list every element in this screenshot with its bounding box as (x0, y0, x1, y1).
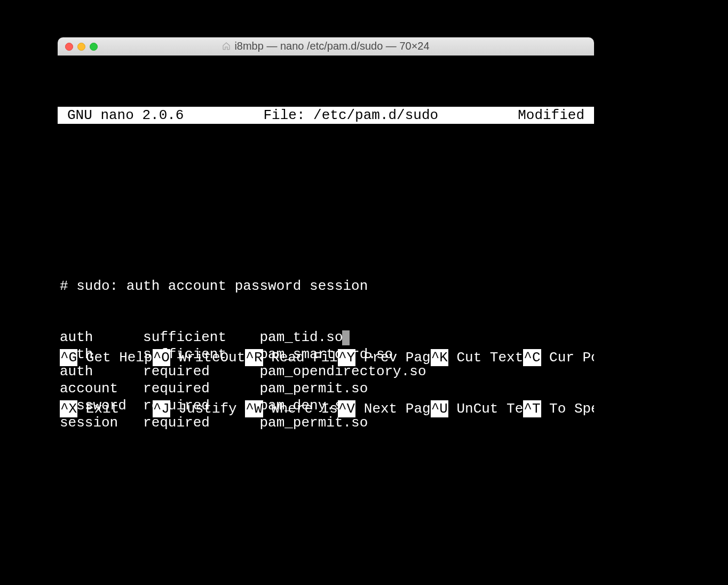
footer-row-2: ^X Exit ^J Justify ^W Where Is^V Next Pa… (60, 400, 594, 417)
titlebar[interactable]: i8mbp — nano /etc/pam.d/sudo — 70×24 (58, 37, 594, 56)
nano-modified: Modified (518, 107, 594, 124)
nano-file-name: File: /etc/pam.d/sudo (184, 107, 518, 124)
footer-row-1: ^G Get Help^O WriteOut^R Read Fil^Y Prev… (60, 349, 594, 366)
shortcut-key: ^Y (338, 349, 355, 366)
shortcut-label: WriteOut (170, 349, 245, 366)
shortcut-key: ^R (245, 349, 263, 366)
shortcut-label: UnCut Te (448, 400, 523, 417)
terminal-viewport[interactable]: GNU nano 2.0.6 File: /etc/pam.d/sudo Mod… (58, 56, 594, 454)
shortcut-label: Where Is (263, 400, 338, 417)
shortcut-key: ^W (245, 400, 263, 417)
shortcut-label: Next Pag (355, 400, 430, 417)
editor-line-comment: # sudo: auth account password session (60, 278, 594, 295)
footer-shortcut[interactable]: ^U UnCut Te (431, 400, 524, 417)
shortcut-key: ^C (523, 349, 541, 366)
blank-line (58, 175, 594, 192)
footer-shortcut[interactable]: ^J Justify (153, 400, 246, 417)
shortcut-key: ^V (338, 400, 355, 417)
shortcut-label: Cut Text (448, 349, 523, 366)
footer-shortcut[interactable]: ^X Exit (60, 400, 153, 417)
shortcut-label: Prev Pag (355, 349, 430, 366)
footer-shortcut[interactable]: ^R Read Fil (245, 349, 338, 366)
shortcut-label: Get Help (77, 349, 152, 366)
nano-footer: ^G Get Help^O WriteOut^R Read Fil^Y Prev… (58, 315, 594, 454)
footer-shortcut[interactable]: ^W Where Is (245, 400, 338, 417)
footer-shortcut[interactable]: ^T To Spell (523, 400, 594, 417)
shortcut-key: ^X (60, 400, 77, 417)
shortcut-key: ^K (431, 349, 448, 366)
footer-shortcut[interactable]: ^O WriteOut (153, 349, 246, 366)
shortcut-label: Exit (77, 400, 152, 417)
shortcut-label: To Spell (541, 400, 595, 417)
home-folder-icon (222, 42, 231, 50)
shortcut-key: ^O (153, 349, 170, 366)
minimize-icon[interactable] (77, 43, 85, 51)
footer-shortcut[interactable]: ^C Cur Pos (523, 349, 594, 366)
footer-shortcut[interactable]: ^V Next Pag (338, 400, 431, 417)
footer-shortcut[interactable]: ^Y Prev Pag (338, 349, 431, 366)
footer-shortcut[interactable]: ^G Get Help (60, 349, 153, 366)
nano-status-bar: GNU nano 2.0.6 File: /etc/pam.d/sudo Mod… (58, 107, 594, 124)
shortcut-key: ^G (60, 349, 77, 366)
footer-shortcut[interactable]: ^K Cut Text (431, 349, 524, 366)
zoom-icon[interactable] (90, 43, 98, 51)
shortcut-label: Cur Pos (541, 349, 595, 366)
nano-app-name: GNU nano 2.0.6 (58, 107, 184, 124)
desktop: i8mbp — nano /etc/pam.d/sudo — 70×24 GNU… (0, 0, 728, 585)
terminal-window: i8mbp — nano /etc/pam.d/sudo — 70×24 GNU… (58, 37, 594, 454)
shortcut-key: ^T (523, 400, 541, 417)
window-title: i8mbp — nano /etc/pam.d/sudo — 70×24 (234, 40, 429, 52)
shortcut-key: ^U (431, 400, 448, 417)
traffic-lights (65, 43, 98, 51)
shortcut-label: Read Fil (263, 349, 338, 366)
shortcut-label: Justify (170, 400, 245, 417)
close-icon[interactable] (65, 43, 73, 51)
shortcut-key: ^J (153, 400, 170, 417)
